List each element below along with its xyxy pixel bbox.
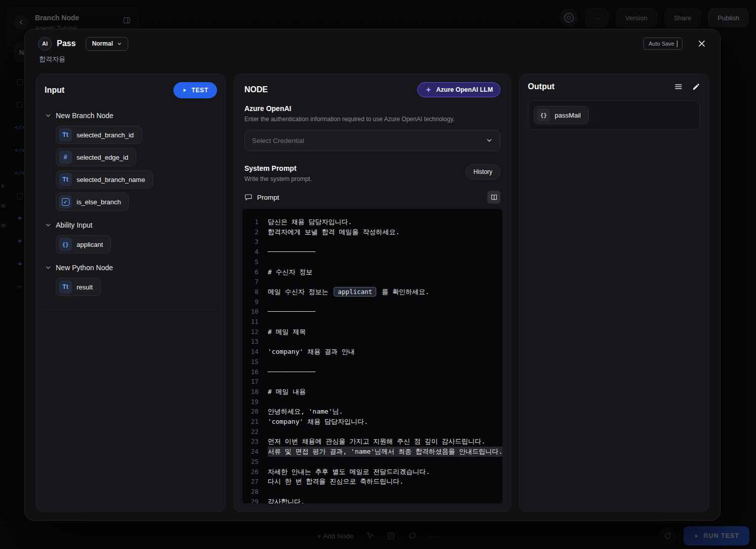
input-group-items: {}applicant (45, 235, 217, 253)
line-number: 21 (242, 417, 259, 427)
menu-icon[interactable] (674, 82, 683, 91)
line-number: 7 (242, 277, 259, 287)
variable-label: applicant (77, 241, 103, 248)
code-line[interactable]: 22 (242, 427, 502, 437)
input-variable-applicant[interactable]: {}applicant (56, 235, 111, 253)
line-number: 14 (242, 347, 259, 357)
code-text: 합격자에게 보낼 합격 메일을 작성하세요. (268, 227, 502, 237)
code-line[interactable]: 27다시 한 번 합격을 진심으로 축하드립니다. (242, 477, 502, 487)
edit-pencil-icon[interactable] (692, 83, 700, 91)
credential-select[interactable]: Select Credential (244, 130, 500, 151)
modal-header: AI Pass Normal Auto Save 합격자용 (25, 29, 720, 64)
object-icon: {} (59, 238, 72, 251)
input-variable-selected_edge_id[interactable]: #selected_edge_id (56, 148, 136, 166)
mode-dropdown[interactable]: Normal (86, 37, 128, 51)
app-stage: ··· Version Share Publish Branch Node Ag… (0, 0, 756, 549)
code-line[interactable]: 16──────────── (242, 367, 502, 377)
code-line[interactable]: 2합격자에게 보낼 합격 메일을 작성하세요. (242, 227, 502, 237)
code-line[interactable]: 28 (242, 487, 502, 497)
line-number: 22 (242, 427, 259, 437)
code-text (268, 297, 502, 307)
code-text: # 메일 제목 (268, 327, 502, 337)
divider (45, 309, 217, 310)
input-group-toggle[interactable]: New Python Node (45, 264, 217, 272)
code-line[interactable]: 29감사합니다. (242, 497, 502, 503)
node-panel: NODE Azure OpenAI LLM Azure OpenAI Enter… (234, 74, 511, 512)
input-variable-result[interactable]: Ttresult (56, 278, 101, 296)
input-variable-selected_branch_name[interactable]: Ttselected_branch_name (56, 170, 153, 189)
code-line[interactable]: 26자세한 안내는 추후 별도 메일로 전달드리겠습니다. (242, 467, 502, 477)
code-line[interactable]: 23먼저 이번 채용에 관심을 가지고 지원해 주신 점 깊이 감사드립니다. (242, 436, 502, 447)
input-group-label: New Python Node (56, 264, 113, 272)
input-group-label: New Branch Node (56, 112, 114, 120)
line-number: 16 (242, 367, 259, 377)
input-group-toggle[interactable]: Ability Input (45, 221, 217, 229)
input-group: New Python NodeTtresult (45, 264, 217, 296)
variable-chip[interactable]: applicant (334, 287, 376, 297)
prompt-tab[interactable]: Prompt (257, 194, 483, 201)
chevron-down-icon (45, 112, 52, 119)
code-text: 먼저 이번 채용에 관심을 가지고 지원해 주신 점 깊이 감사드립니다. (268, 436, 502, 447)
code-text (268, 337, 502, 347)
code-line[interactable]: 1당신은 채용 담당자입니다. (242, 217, 502, 227)
code-line[interactable]: 11 (242, 317, 502, 327)
node-name-title: Pass (57, 39, 76, 48)
code-text: # 수신자 정보 (268, 267, 502, 277)
code-line[interactable]: 21'company' 채용 담당자입니다. (242, 417, 502, 427)
azure-openai-llm-badge[interactable]: Azure OpenAI LLM (417, 82, 500, 97)
code-line[interactable]: 25 (242, 457, 502, 467)
azure-openai-title: Azure OpenAI (244, 104, 500, 113)
line-number: 29 (242, 497, 259, 503)
code-line[interactable]: 8메일 수신자 정보는 applicant 를 확인하세요. (242, 287, 502, 297)
code-line[interactable]: 10──────────── (242, 307, 502, 317)
text-caret (677, 41, 677, 47)
code-line[interactable]: 6# 수신자 정보 (242, 267, 502, 277)
output-panel-title: Output (528, 82, 554, 91)
code-line[interactable]: 24서류 및 면접 평가 결과, 'name'님께서 최종 합격하셨음을 안내드… (242, 447, 502, 457)
code-line[interactable]: 7 (242, 277, 502, 287)
line-number: 23 (242, 436, 259, 447)
code-line[interactable]: 12# 메일 제목 (242, 327, 502, 337)
node-description: 합격자용 (39, 55, 707, 64)
output-panel: Output {}passMail (519, 74, 709, 512)
autosave-badge[interactable]: Auto Save (643, 38, 682, 50)
input-variable-is_else_branch[interactable]: ✓is_else_branch (56, 193, 129, 211)
code-text: 자세한 안내는 추후 별도 메일로 전달드리겠습니다. (268, 467, 502, 477)
test-button[interactable]: TEST (173, 82, 217, 98)
ai-badge: AI (38, 37, 52, 51)
prompt-library-icon[interactable] (487, 191, 500, 204)
code-line[interactable]: 18# 메일 내용 (242, 387, 502, 397)
code-text: ──────────── (268, 367, 502, 377)
code-line[interactable]: 9 (242, 297, 502, 307)
system-prompt-description: Write the system prompt. (244, 175, 312, 182)
code-line[interactable]: 19 (242, 397, 502, 407)
output-variable-passMail[interactable]: {}passMail (534, 106, 589, 124)
code-line[interactable]: 3 (242, 237, 502, 247)
node-panel-title: NODE (244, 85, 268, 94)
code-line[interactable]: 15 (242, 357, 502, 367)
code-line[interactable]: 20안녕하세요, 'name'님. (242, 407, 502, 417)
close-icon[interactable] (697, 39, 707, 49)
line-number: 17 (242, 377, 259, 387)
prompt-editor[interactable]: 1당신은 채용 담당자입니다.2합격자에게 보낼 합격 메일을 작성하세요.3 … (242, 209, 502, 503)
input-variable-selected_branch_id[interactable]: Ttselected_branch_id (56, 126, 142, 144)
checkbox-glyph: ✓ (62, 198, 69, 206)
line-number: 28 (242, 487, 259, 497)
code-text: 감사합니다. (268, 497, 502, 503)
text-icon: Tt (59, 280, 72, 294)
code-line[interactable]: 17 (242, 377, 502, 387)
input-group: Ability Input{}applicant (45, 221, 217, 253)
history-button[interactable]: History (465, 164, 500, 179)
code-line[interactable]: 13 (242, 337, 502, 347)
code-line[interactable]: 14'company' 채용 결과 안내 (242, 347, 502, 357)
chevron-down-icon (45, 222, 52, 229)
variable-label: is_else_branch (77, 198, 121, 206)
code-line[interactable]: 5 (242, 257, 502, 267)
output-list: {}passMail (528, 100, 700, 130)
code-text (268, 397, 502, 407)
variable-label: selected_branch_name (77, 176, 145, 184)
input-group-items: Ttselected_branch_id#selected_edge_idTts… (45, 126, 217, 211)
input-group-toggle[interactable]: New Branch Node (45, 112, 217, 120)
code-line[interactable]: 4──────────── (242, 247, 502, 257)
play-icon (182, 88, 187, 93)
